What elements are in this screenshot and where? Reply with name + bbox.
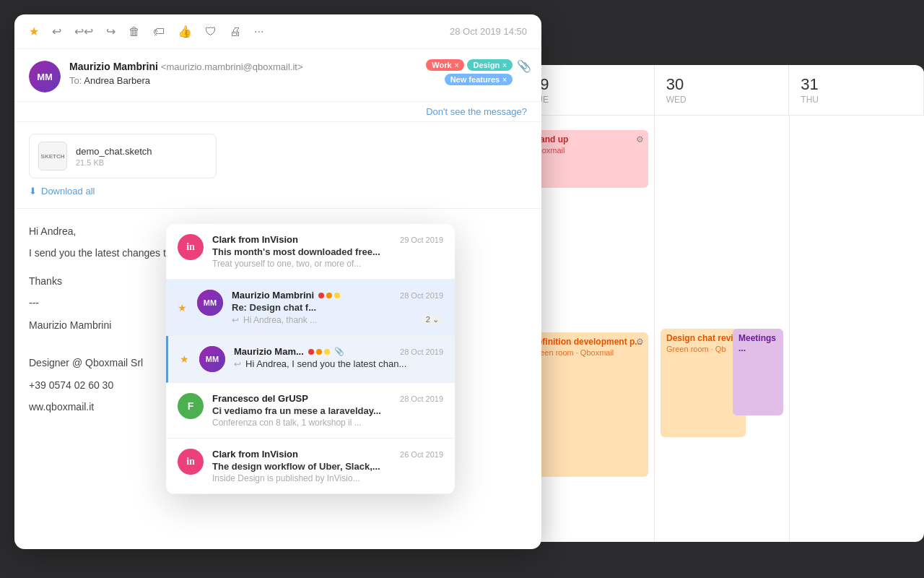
email-list: in Clark from InVision 29 Oct 2019 This …	[166, 224, 455, 494]
attach-size: 21.5 KB	[76, 158, 152, 167]
attach-name: demo_chat.sketch	[76, 146, 152, 157]
list-item[interactable]: ★ MM Maurizio Mam... 📎 28 Oct 2019	[166, 336, 455, 383]
list-dots-maurizio2	[308, 349, 330, 355]
list-content-invision2: Clark from InVision 26 Oct 2019 The desi…	[212, 449, 443, 483]
list-item[interactable]: F Francesco del GrUSP 28 Oct 2019 Ci ved…	[166, 383, 455, 439]
dot-orange	[326, 293, 332, 298]
list-date-maurizio2: 28 Oct 2019	[400, 348, 443, 356]
dot-red	[318, 293, 324, 298]
list-meta-maurizio2: ↩ Hi Andrea, I send you the latest chan.…	[234, 358, 443, 369]
cal-event-settings-icon: ⚙	[636, 134, 644, 144]
list-date-invision2: 26 Oct 2019	[400, 450, 443, 459]
star-button[interactable]: ★	[29, 25, 39, 38]
list-date-francesco: 28 Oct 2019	[400, 394, 443, 403]
email-date: 28 Oct 2019 14:50	[450, 26, 527, 37]
email-header: MM Maurizio Mambrini <maurizio.mambrini@…	[14, 49, 541, 102]
list-item[interactable]: ★ MM Maurizio Mambrini 28 Oct 2019 Re: D…	[166, 280, 455, 336]
email-tags: Work × Design × New features ×	[368, 59, 513, 85]
list-star-maurizio2[interactable]: ★	[180, 353, 189, 365]
sender-avatar-img: MM	[29, 61, 61, 92]
list-subject-invision2: The design workflow of Uber, Slack,...	[212, 461, 443, 472]
trash-button[interactable]: 🗑	[128, 25, 140, 38]
thumbsup-button[interactable]: 👍	[178, 25, 192, 38]
cal-day-num-30: 30	[666, 75, 777, 94]
sender-avatar: MM	[29, 61, 61, 92]
attachment-area: SKETCH demo_chat.sketch 21.5 KB ⬇ Downlo…	[14, 122, 541, 209]
clip-icon-maurizio2: 📎	[334, 347, 344, 356]
reply-icon-maurizio1: ↩	[232, 315, 239, 325]
list-sender-maurizio1: Maurizio Mambrini	[232, 290, 314, 301]
cal-day-num-29: 29	[531, 75, 642, 94]
cal-event-definition-icon: ⚙	[636, 337, 644, 347]
tag-design-close[interactable]: ×	[502, 61, 507, 69]
dont-see-message[interactable]: Don't see the message?	[14, 102, 541, 122]
attachment-item[interactable]: SKETCH demo_chat.sketch 21.5 KB	[29, 134, 217, 178]
tag-features-close[interactable]: ×	[502, 76, 507, 84]
list-date-maurizio1: 28 Oct 2019	[400, 291, 443, 300]
list-item[interactable]: in Clark from InVision 26 Oct 2019 The d…	[166, 439, 455, 494]
cal-event-standup-title: Stand up	[531, 134, 642, 144]
calendar-header: 29 Tue 30 Wed 31 Thu	[520, 65, 924, 116]
cal-day-name-31: Thu	[801, 95, 819, 105]
list-content-maurizio2: Maurizio Mam... 📎 28 Oct 2019 ↩ Hi Andre…	[234, 346, 443, 369]
list-sender-maurizio2: Maurizio Mam...	[234, 346, 304, 357]
list-dots-maurizio1	[318, 293, 340, 298]
list-subject-maurizio1: Re: Design chat f...	[232, 302, 443, 313]
list-avatar-maurizio1: MM	[197, 290, 223, 316]
dot-yellow-2	[324, 349, 330, 355]
list-sender-invision1: Clark from InVision	[212, 234, 298, 245]
calendar-panel: 29 Tue 30 Wed 31 Thu ⚙ Stand up Qboxmail…	[520, 65, 924, 542]
reply-count-maurizio1: 2 ⌄	[422, 314, 443, 325]
list-subject-maurizio2: Hi Andrea, I send you the latest chan...	[245, 358, 406, 369]
cal-event-definition[interactable]: ⚙ Definition development p... Green room…	[526, 332, 648, 477]
list-sender-invision2: Clark from InVision	[212, 449, 298, 460]
reply-all-button[interactable]: ↩↩	[74, 25, 93, 38]
list-avatar-invision2: in	[178, 449, 204, 475]
tag-work[interactable]: Work ×	[426, 59, 464, 71]
dot-red-2	[308, 349, 314, 355]
list-avatar-invision1: in	[178, 234, 204, 260]
list-item[interactable]: in Clark from InVision 29 Oct 2019 This …	[166, 224, 455, 280]
list-subject-invision1: This month's most downloaded free...	[212, 246, 443, 257]
attach-thumb: SKETCH	[38, 142, 67, 171]
print-button[interactable]: 🖨	[230, 25, 241, 38]
list-avatar-img-maurizio2: MM	[199, 346, 225, 372]
list-preview-invision2: Inside Design is published by InVisio...	[212, 473, 443, 483]
cal-event-definition-sub: Green room · Qboxmail	[531, 348, 642, 357]
tag-features[interactable]: New features ×	[445, 74, 513, 85]
reply-icon-maurizio2: ↩	[234, 359, 241, 369]
list-star-maurizio1[interactable]: ★	[178, 302, 187, 314]
cal-col-thu	[790, 116, 924, 542]
list-preview-francesco: Conferenza con 8 talk, 1 workshop il ...	[212, 418, 443, 428]
list-avatar-img-maurizio1: MM	[197, 290, 223, 316]
list-preview-invision1: Treat yourself to one, two, or more of..…	[212, 259, 443, 269]
sender-email-display: <maurizio.mambrini@qboxmail.it>	[161, 61, 303, 72]
tag-design[interactable]: Design ×	[467, 59, 513, 71]
more-button[interactable]: ···	[254, 25, 263, 38]
cal-event-standup-sub: Qboxmail	[531, 146, 642, 155]
shield-button[interactable]: 🛡	[205, 25, 217, 38]
list-avatar-maurizio2: MM	[199, 346, 225, 372]
attach-details: demo_chat.sketch 21.5 KB	[76, 146, 152, 167]
cal-event-definition-title: Definition development p...	[531, 337, 642, 347]
reply-button[interactable]: ↩	[52, 25, 61, 38]
cal-event-design-chat-sub: Green room · Qb	[666, 345, 740, 353]
dot-yellow	[334, 293, 340, 298]
list-content-francesco: Francesco del GrUSP 28 Oct 2019 Ci vedia…	[212, 393, 443, 428]
list-content-invision1: Clark from InVision 29 Oct 2019 This mon…	[212, 234, 443, 269]
tag-button[interactable]: 🏷	[153, 25, 165, 38]
cal-day-name-30: Wed	[666, 95, 687, 105]
tag-work-close[interactable]: ×	[455, 61, 459, 69]
dot-orange-2	[316, 349, 322, 355]
forward-button[interactable]: ↪	[106, 25, 116, 38]
download-all-button[interactable]: ⬇ Download all	[29, 186, 527, 197]
cal-event-meetings[interactable]: Meetings ...	[733, 329, 783, 415]
cal-event-standup[interactable]: ⚙ Stand up Qboxmail	[526, 130, 648, 188]
list-meta-maurizio1: ↩ Hi Andrea, thank ... 2 ⌄	[232, 314, 443, 325]
cal-event-meetings-title: Meetings ...	[738, 333, 777, 353]
download-icon: ⬇	[29, 186, 37, 197]
calendar-body: ⚙ Stand up Qboxmail ⚙ Definition develop…	[520, 116, 924, 542]
list-content-maurizio1: Maurizio Mambrini 28 Oct 2019 Re: Design…	[232, 290, 443, 325]
list-avatar-francesco: F	[178, 393, 204, 419]
attachment-icon: 📎	[517, 59, 531, 73]
